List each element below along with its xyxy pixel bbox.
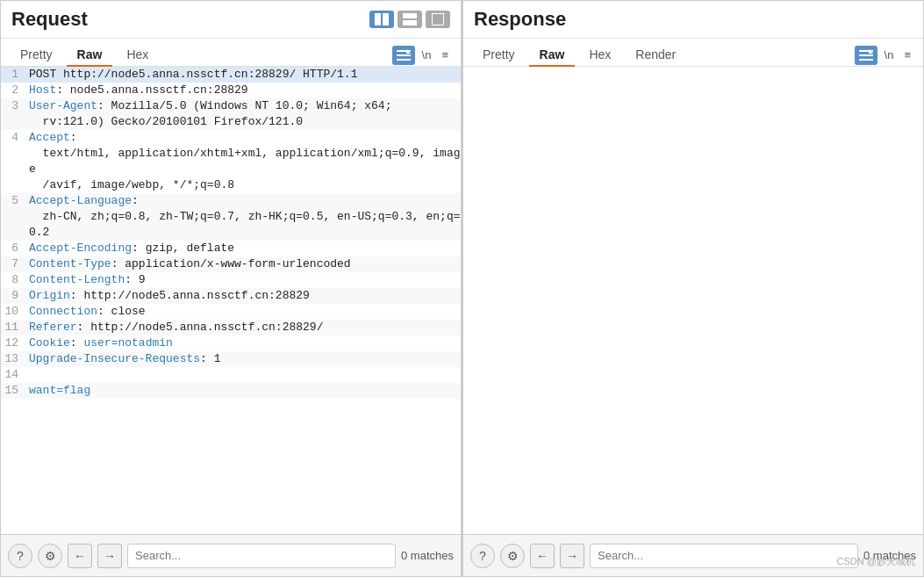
help-button-left[interactable]: ? [8,544,32,568]
forward-button-left[interactable]: → [97,544,122,568]
matches-label-left: 0 matches [401,549,454,562]
left-content-area: 1POST http://node5.anna.nssctf.cn:28829/… [1,67,461,534]
back-button-right[interactable]: ← [530,544,555,568]
line-number: 3 [1,98,25,130]
help-button-right[interactable]: ? [470,544,495,568]
forward-button-right[interactable]: → [560,544,584,568]
svg-rect-2 [403,13,417,18]
table-row: 4Accept: text/html, application/xhtml+xm… [1,130,461,193]
line-number: 12 [1,335,25,351]
line-number: 5 [1,193,25,241]
left-panel-header: Request [1,1,461,39]
table-row: 8Content-Length: 9 [1,272,461,288]
line-number: 10 [1,304,25,320]
left-bottom-bar: ? ⚙ ← → 0 matches [1,534,461,576]
table-row: 6Accept-Encoding: gzip, deflate [1,241,461,256]
line-number: 11 [1,320,25,335]
line-content: want=flag [25,383,461,399]
line-content: Cookie: user=notadmin [25,335,461,351]
line-number: 8 [1,272,25,288]
svg-rect-10 [859,54,873,56]
table-row: 7Content-Type: application/x-www-form-ur… [1,256,461,272]
line-number: 7 [1,256,25,272]
table-row: 13Upgrade-Insecure-Requests: 1 [1,351,461,367]
right-content-area [463,67,923,534]
right-panel: Response Pretty Raw Hex Render \n ≡ [462,0,924,577]
svg-rect-11 [859,59,873,61]
svg-rect-7 [397,59,411,61]
menu-icon-left[interactable]: ≡ [438,47,452,63]
tab-pretty-left[interactable]: Pretty [10,44,63,67]
left-panel-title: Request [11,8,88,31]
line-content: Content-Type: application/x-www-form-url… [25,256,461,272]
format-icon-right[interactable] [855,46,877,65]
right-panel-header: Response [463,1,923,39]
line-content: Connection: close [25,304,461,320]
tab-hex-right[interactable]: Hex [578,44,621,67]
line-content: Accept-Encoding: gzip, deflate [25,241,461,256]
svg-rect-1 [383,13,389,25]
watermark: CSDN @妙天城机 [837,555,915,568]
svg-rect-0 [375,13,381,25]
line-content: Accept: text/html, application/xhtml+xml… [25,130,461,193]
line-number: 4 [1,130,25,193]
table-row: 3User-Agent: Mozilla/5.0 (Windows NT 10.… [1,98,461,130]
tab-raw-left[interactable]: Raw [67,44,113,67]
split-view-button[interactable] [369,11,394,28]
table-row: 9Origin: http://node5.anna.nssctf.cn:288… [1,288,461,304]
settings-button-right[interactable]: ⚙ [500,544,525,568]
tab-hex-left[interactable]: Hex [116,44,159,67]
settings-button-left[interactable]: ⚙ [38,544,62,568]
line-number: 2 [1,83,25,98]
menu-icon-right[interactable]: ≡ [900,47,914,63]
line-content: Referer: http://node5.anna.nssctf.cn:288… [25,320,461,335]
svg-rect-6 [397,54,411,56]
table-row: 15want=flag [1,383,461,399]
back-button-left[interactable]: ← [68,544,92,568]
line-number: 14 [1,367,25,383]
newline-icon-right[interactable]: \n [881,47,898,63]
table-row: 12Cookie: user=notadmin [1,335,461,351]
line-content: User-Agent: Mozilla/5.0 (Windows NT 10.0… [25,98,461,130]
line-number: 6 [1,241,25,256]
table-row: 2Host: node5.anna.nssctf.cn:28829 [1,83,461,98]
line-content: Origin: http://node5.anna.nssctf.cn:2882… [25,288,461,304]
right-tabs-bar: Pretty Raw Hex Render \n ≡ [463,39,923,67]
line-number: 13 [1,351,25,367]
line-content [25,367,461,383]
horizontal-view-button[interactable] [398,11,422,28]
left-panel: Request [0,0,462,577]
newline-icon-left[interactable]: \n [419,47,435,63]
svg-rect-4 [432,13,444,25]
line-number: 1 [1,67,25,83]
max-view-button[interactable] [426,11,450,28]
table-row: 14 [1,367,461,383]
search-input-left[interactable] [127,544,396,568]
table-row: 10Connection: close [1,304,461,320]
table-row: 1POST http://node5.anna.nssctf.cn:28829/… [1,67,461,83]
format-icon-left[interactable] [392,46,415,65]
line-number: 9 [1,288,25,304]
left-tabs-bar: Pretty Raw Hex \n ≡ [1,39,461,67]
line-content: Upgrade-Insecure-Requests: 1 [25,351,461,367]
tab-pretty-right[interactable]: Pretty [472,44,526,67]
line-number: 15 [1,383,25,399]
left-header-icons [369,11,450,28]
right-panel-title: Response [474,8,566,31]
line-content: Content-Length: 9 [25,272,461,288]
line-content: Accept-Language: zh-CN, zh;q=0.8, zh-TW;… [25,193,461,241]
svg-rect-3 [403,20,417,25]
line-content: Host: node5.anna.nssctf.cn:28829 [25,83,461,98]
tab-render-right[interactable]: Render [625,44,686,67]
table-row: 5Accept-Language: zh-CN, zh;q=0.8, zh-TW… [1,193,461,241]
line-content: POST http://node5.anna.nssctf.cn:28829/ … [25,67,461,83]
tab-raw-right[interactable]: Raw [529,44,576,67]
search-input-right[interactable] [590,544,858,568]
table-row: 11Referer: http://node5.anna.nssctf.cn:2… [1,320,461,335]
